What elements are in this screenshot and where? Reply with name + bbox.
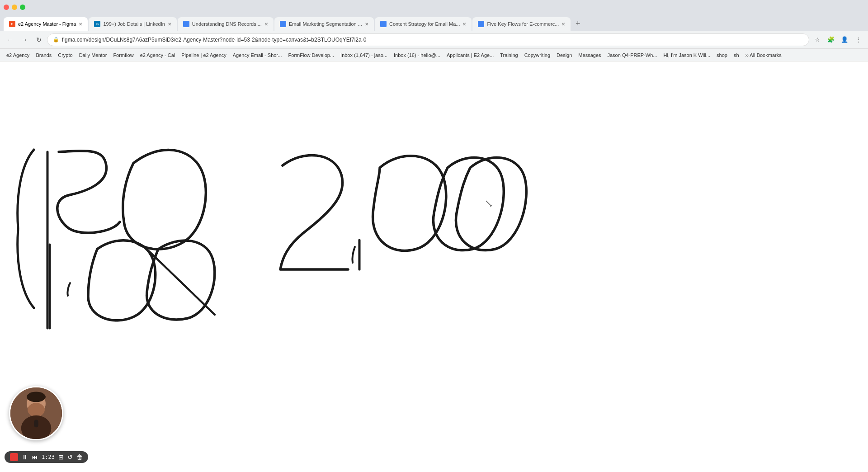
handwriting-svg <box>0 61 868 472</box>
bookmark-brands-label: Brands <box>36 52 52 58</box>
bookmark-copywriting-label: Copywriting <box>524 52 550 58</box>
address-bar[interactable]: 🔒 figma.com/design/DCuLNs8g7A6azP5umSiD3… <box>47 33 809 46</box>
cursor-pencil <box>486 201 492 207</box>
maximize-window-button[interactable] <box>20 5 25 10</box>
bookmark-formflow-label: Formflow <box>113 52 133 58</box>
tab-figma-label: e2 Agency Master - Figma <box>18 21 76 27</box>
webcam-video <box>10 387 62 439</box>
tab-close-dns[interactable]: ✕ <box>264 22 268 27</box>
back-button[interactable]: ← <box>4 33 16 46</box>
favicon-linkedin: in <box>94 21 100 27</box>
new-tab-button[interactable]: + <box>571 17 584 30</box>
grid-button[interactable]: ⊞ <box>58 453 64 461</box>
bookmark-all[interactable]: ›› All Bookmarks <box>743 52 784 59</box>
forward-button[interactable]: → <box>18 33 31 46</box>
bookmark-e2agencycal[interactable]: e2 Agency - Cal <box>137 52 178 59</box>
tab-email-seg-label: Email Marketing Segmentation ... <box>289 21 362 27</box>
bookmark-pipeline[interactable]: Pipeline | e2 Agency <box>179 52 229 59</box>
pause-icon: ⏸ <box>22 453 28 461</box>
bookmark-brands[interactable]: Brands <box>33 52 54 59</box>
bookmark-shop-label: shop <box>717 52 727 58</box>
favicon-dns <box>183 21 189 27</box>
rewind-icon: ⏮ <box>32 453 38 461</box>
bookmark-jason-q4[interactable]: Jason Q4-PREP-Wh... <box>605 52 660 59</box>
tab-content-strategy[interactable]: Content Strategy for Email Ma... ✕ <box>375 17 472 31</box>
menu-button[interactable]: ⋮ <box>852 33 864 46</box>
bookmark-agency-email-label: Agency Email - Shor... <box>233 52 282 58</box>
bookmark-sh-label: sh <box>734 52 739 58</box>
address-text: figma.com/design/DCuLNs8g7A6azP5umSiD3/e… <box>62 37 803 43</box>
favicon-figma: F <box>9 21 15 27</box>
grid-icon: ⊞ <box>58 453 64 461</box>
bookmark-daily-mentor-label: Daily Mentor <box>79 52 107 58</box>
close-window-button[interactable] <box>4 5 9 10</box>
bookmark-pipeline-label: Pipeline | e2 Agency <box>181 52 226 58</box>
bookmark-crypto-label: Crypto <box>58 52 72 58</box>
bookmark-sh[interactable]: sh <box>731 52 742 59</box>
tab-close-linkedin[interactable]: ✕ <box>168 22 171 27</box>
bookmark-inbox2[interactable]: Inbox (16) - hello@... <box>391 52 443 59</box>
bookmark-copywriting[interactable]: Copywriting <box>522 52 553 59</box>
bookmark-design[interactable]: Design <box>554 52 575 59</box>
tab-five-key[interactable]: Five Key Flows for E-commerc... ✕ <box>472 17 571 31</box>
bookmark-inbox1[interactable]: Inbox (1,647) - jaso... <box>338 52 390 59</box>
record-button[interactable] <box>10 453 18 461</box>
bookmarks-bar: e2 Agency Brands Crypto Daily Mentor For… <box>0 49 868 61</box>
delete-button[interactable]: 🗑 <box>76 453 83 461</box>
bookmark-star-button[interactable]: ☆ <box>811 33 824 46</box>
bookmark-training[interactable]: Training <box>497 52 520 59</box>
loop-button[interactable]: ↺ <box>67 453 73 461</box>
tab-close-figma[interactable]: ✕ <box>79 22 82 27</box>
tab-dns-label: Understanding DNS Records ... <box>192 21 262 27</box>
bookmark-messages[interactable]: Messages <box>576 52 604 59</box>
bookmark-inbox1-label: Inbox (1,647) - jaso... <box>340 52 387 58</box>
bookmark-applicants[interactable]: Applicants | E2 Age... <box>444 52 496 59</box>
webcam-overlay <box>9 386 63 440</box>
figma-canvas[interactable]: ⏸ ⏮ 1:23 ⊞ ↺ 🗑 <box>0 61 868 472</box>
tab-linkedin-label: 199+) Job Details | LinkedIn <box>103 21 165 27</box>
svg-rect-7 <box>34 420 38 427</box>
bookmark-hi-jason[interactable]: Hi, I'm Jason K Will... <box>661 52 713 59</box>
refresh-button[interactable]: ↻ <box>33 33 45 46</box>
bookmark-e2agency-label: e2 Agency <box>6 52 29 58</box>
title-bar <box>0 0 868 14</box>
svg-point-6 <box>27 392 46 402</box>
nav-icons: ☆ 🧩 👤 ⋮ <box>811 33 864 46</box>
time-display: 1:23 <box>42 454 55 460</box>
favicon-five-key <box>478 21 484 27</box>
svg-point-5 <box>21 415 52 440</box>
bookmark-training-label: Training <box>500 52 518 58</box>
bookmark-formflow-dev-label: FormFlow Develop... <box>288 52 334 58</box>
person-silhouette <box>10 386 62 440</box>
tab-email-seg[interactable]: Email Marketing Segmentation ... ✕ <box>274 17 374 31</box>
loop-icon: ↺ <box>67 453 73 461</box>
svg-point-4 <box>28 403 45 416</box>
tab-linkedin[interactable]: in 199+) Job Details | LinkedIn ✕ <box>89 17 176 31</box>
navigation-bar: ← → ↻ 🔒 figma.com/design/DCuLNs8g7A6azP5… <box>0 31 868 49</box>
bookmark-daily-mentor[interactable]: Daily Mentor <box>76 52 110 59</box>
rewind-button[interactable]: ⏮ <box>32 453 38 461</box>
tab-figma[interactable]: F e2 Agency Master - Figma ✕ <box>4 17 88 31</box>
tab-close-five-key[interactable]: ✕ <box>561 22 565 27</box>
bookmark-e2agency[interactable]: e2 Agency <box>4 52 32 59</box>
bookmark-formflow-dev[interactable]: FormFlow Develop... <box>286 52 337 59</box>
favicon-email-seg <box>280 21 286 27</box>
minimize-window-button[interactable] <box>12 5 17 10</box>
bookmark-design-label: Design <box>557 52 572 58</box>
tab-content-strategy-label: Content Strategy for Email Ma... <box>389 21 460 27</box>
svg-line-0 <box>486 201 491 206</box>
tab-five-key-label: Five Key Flows for E-commerc... <box>487 21 559 27</box>
extensions-button[interactable]: 🧩 <box>825 33 837 46</box>
profile-button[interactable]: 👤 <box>838 33 851 46</box>
bookmark-formflow[interactable]: Formflow <box>110 52 136 59</box>
bookmark-inbox2-label: Inbox (16) - hello@... <box>394 52 440 58</box>
pause-button[interactable]: ⏸ <box>22 453 28 461</box>
bookmark-agency-email[interactable]: Agency Email - Shor... <box>230 52 285 59</box>
video-controls-bar: ⏸ ⏮ 1:23 ⊞ ↺ 🗑 <box>5 451 88 463</box>
tab-close-content-strategy[interactable]: ✕ <box>462 22 466 27</box>
bookmark-crypto[interactable]: Crypto <box>55 52 75 59</box>
tab-dns[interactable]: Understanding DNS Records ... ✕ <box>178 17 274 31</box>
tab-bar: F e2 Agency Master - Figma ✕ in 199+) Jo… <box>0 14 868 31</box>
bookmark-shop[interactable]: shop <box>714 52 730 59</box>
tab-close-email-seg[interactable]: ✕ <box>365 22 368 27</box>
